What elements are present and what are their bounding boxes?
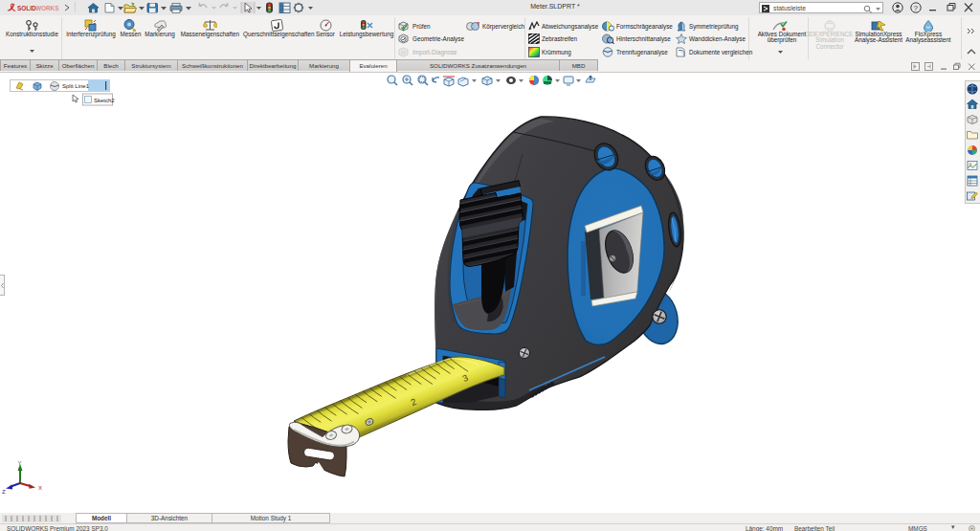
- svg-text:Sketch2: Sketch2: [94, 98, 115, 103]
- svg-text:Split Line1: Split Line1: [62, 83, 90, 89]
- svg-text:Y: Y: [18, 460, 22, 466]
- svg-text:Z: Z: [2, 489, 6, 495]
- svg-text:X: X: [38, 485, 42, 491]
